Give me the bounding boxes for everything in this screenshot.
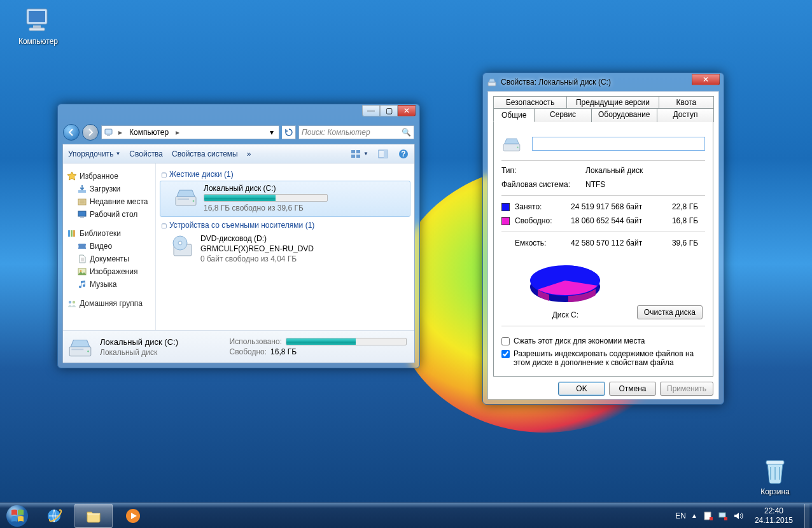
svg-rect-10 [356,155,360,158]
properties-close-button[interactable]: ✕ [692,74,720,85]
pie-label: Диск C: [504,308,627,319]
documents-icon [77,254,87,264]
tab-previous-versions[interactable]: Предыдущие версии [566,96,659,108]
breadcrumb-computer[interactable]: Компьютер [127,128,171,137]
fs-value: NTFS [585,180,605,189]
apply-button: Применить [660,382,713,396]
tab-hardware[interactable]: Оборудование [591,108,657,122]
svg-rect-15 [78,190,86,193]
nav-recent[interactable]: Недавние места [63,195,155,208]
toolbar-overflow[interactable]: » [247,149,251,158]
svg-point-34 [87,351,89,352]
nav-music[interactable]: Музыка [63,278,155,291]
svg-rect-1 [29,11,45,22]
recent-icon [77,197,87,207]
toolbar-properties[interactable]: Свойства [129,149,163,158]
disk-cleanup-button[interactable]: Очистка диска [637,305,703,319]
svg-point-38 [517,147,519,148]
used-swatch [501,203,510,211]
help-button[interactable]: ? [398,148,409,160]
nav-back-button[interactable] [63,124,80,141]
index-checkbox-row[interactable]: Разрешить индексировать содержимое файло… [501,349,705,367]
address-dropdown-icon[interactable]: ▾ [267,128,277,137]
tab-service[interactable]: Сервис [534,108,591,122]
nav-libraries-header[interactable]: Библиотеки [63,227,155,240]
hard-drive-icon [501,134,522,154]
compress-checkbox-row[interactable]: Сжать этот диск для экономии места [501,337,705,345]
drive-d-label: GRMCULF(X)REO_EN-RU_DVD [200,244,408,254]
svg-rect-3 [29,28,45,31]
tab-security[interactable]: Безопасность [493,96,567,108]
svg-rect-2 [33,25,41,28]
disk-name-input[interactable] [532,137,705,151]
pictures-icon [77,267,87,277]
taskbar-ie-button[interactable] [35,504,73,528]
toolbar-organize[interactable]: Упорядочить▼ [68,149,120,158]
nav-favorites-header[interactable]: Избранное [63,170,155,183]
capacity-row: Емкость: 42 580 570 112 байт 39,6 ГБ [501,239,705,247]
action-center-icon[interactable] [703,511,713,521]
ok-button[interactable]: OK [558,382,605,396]
libraries-icon [67,228,77,239]
downloads-icon [77,184,87,194]
drive-d-name: DVD-дисковод (D:) [200,234,408,244]
svg-point-25 [69,301,71,303]
svg-rect-22 [78,244,86,249]
svg-rect-21 [73,230,75,237]
taskbar-time: 22:40 [755,506,793,515]
tab-general[interactable]: Общие [493,108,535,122]
category-removable[interactable]: ▢Устройства со съемными носителями (1) [157,217,413,232]
volume-icon[interactable] [733,511,743,521]
tabs-row-1: Безопасность Предыдущие версии Квота [493,95,713,108]
nav-documents[interactable]: Документы [63,253,155,265]
address-bar[interactable]: ▸ Компьютер ▸ ▾ [101,125,279,139]
drive-c-usage-bar [204,194,328,202]
toolbar-system-properties[interactable]: Свойства системы [172,149,238,158]
view-mode-button[interactable]: ▼ [350,148,368,160]
drive-d-item[interactable]: DVD-дисковод (D:) GRMCULF(X)REO_EN-RU_DV… [157,232,413,267]
windows-logo-icon [6,504,29,527]
desktop-computer-icon[interactable]: Компьютер [14,5,62,46]
explorer-minimize-button[interactable]: — [362,105,380,116]
preview-pane-button[interactable] [377,148,389,160]
taskbar-wmp-button[interactable] [114,504,152,528]
index-checkbox[interactable] [501,350,510,358]
explorer-toolbar: Упорядочить▼ Свойства Свойства системы »… [63,144,414,163]
svg-rect-7 [351,150,355,153]
free-row: Свободно: 18 060 652 544 байт 16,8 ГБ [501,216,705,225]
nav-desktop[interactable]: Рабочий стол [63,208,155,221]
desktop-recycle-icon[interactable]: Корзина [751,455,799,496]
ie-icon [45,507,63,525]
folder-icon [85,507,102,525]
compress-checkbox[interactable] [501,337,510,345]
desktop-computer-label: Компьютер [18,37,58,46]
drive-c-item[interactable]: Локальный диск (C:) 16,8 ГБ свободно из … [160,181,410,217]
svg-rect-20 [71,230,73,237]
language-indicator[interactable]: EN [675,511,686,520]
show-desktop-button[interactable] [804,504,809,528]
svg-point-24 [80,270,82,272]
nav-forward-button[interactable] [82,124,99,141]
search-input[interactable]: Поиск: Компьютер 🔍 [298,125,414,139]
nav-pictures[interactable]: Изображения [63,265,155,278]
explorer-close-button[interactable]: ✕ [398,105,416,116]
tab-access[interactable]: Доступ [657,108,714,122]
nav-downloads[interactable]: Загрузки [63,183,155,195]
taskbar-clock[interactable]: 22:40 24.11.2015 [748,505,799,526]
network-icon[interactable] [718,511,728,521]
taskbar-explorer-button[interactable] [74,504,113,528]
refresh-button[interactable] [282,125,296,139]
svg-rect-45 [719,513,725,517]
start-button[interactable] [0,503,34,529]
hard-drive-icon [173,184,199,209]
nav-homegroup-header[interactable]: Домашняя группа [63,297,155,310]
explorer-maximize-button[interactable]: ▢ [380,105,398,116]
cancel-button[interactable]: Отмена [609,382,656,396]
nav-video[interactable]: Видео [63,240,155,253]
desktop-recycle-label: Корзина [760,487,790,496]
tab-quota[interactable]: Квота [659,96,714,108]
properties-title: Свойства: Локальный диск (C:) [501,78,720,87]
category-hard-drives[interactable]: ▢Жесткие диски (1) [157,166,413,181]
tab-body-general: Тип:Локальный диск Файловая система:NTFS… [493,122,713,377]
tray-show-hidden-icon[interactable]: ▲ [691,512,697,519]
